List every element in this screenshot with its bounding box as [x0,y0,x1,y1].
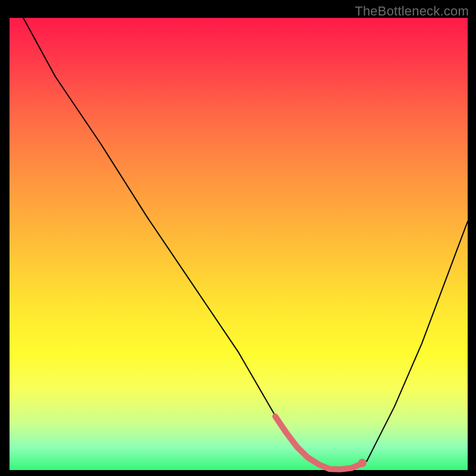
bottom-marker-dot [358,459,367,467]
chart-overlay [0,0,476,476]
bottom-marker-band [275,416,362,469]
bottleneck-curve [23,18,468,469]
